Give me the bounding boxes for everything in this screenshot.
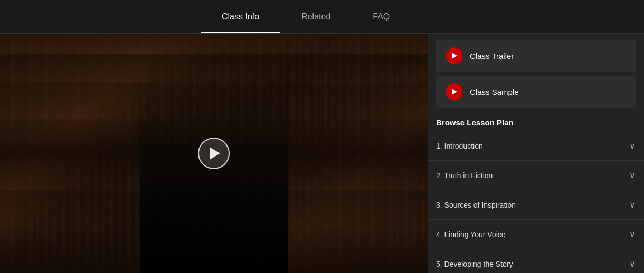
lesson-label-1: 1. Introduction (436, 142, 483, 150)
main-content: Class Trailer Class Sample Browse Lesson… (0, 34, 644, 273)
video-person (140, 73, 288, 273)
class-trailer-button[interactable]: Class Trailer (436, 40, 636, 72)
class-trailer-label: Class Trailer (470, 52, 514, 61)
lesson-label-3: 3. Sources of Inspiration (436, 201, 516, 209)
lesson-item-2[interactable]: 2. Truth in Fiction (428, 161, 644, 190)
lesson-label-4: 4. Finding Your Voice (436, 230, 506, 239)
action-buttons: Class Trailer Class Sample (428, 34, 644, 114)
play-circle-sample (446, 83, 462, 100)
chevron-icon-1 (629, 141, 636, 151)
class-sample-button[interactable]: Class Sample (436, 76, 636, 108)
tab-related[interactable]: Related (280, 0, 352, 33)
chevron-icon-2 (629, 170, 636, 180)
play-circle-trailer (446, 47, 462, 64)
lesson-item-1[interactable]: 1. Introduction (428, 131, 644, 161)
chevron-icon-5 (629, 259, 636, 269)
class-sample-label: Class Sample (470, 87, 519, 96)
video-player[interactable] (0, 34, 428, 273)
browse-title: Browse Lesson Plan (436, 118, 636, 127)
right-panel: Class Trailer Class Sample Browse Lesson… (428, 34, 644, 273)
play-button[interactable] (198, 138, 230, 169)
lesson-label-2: 2. Truth in Fiction (436, 171, 493, 180)
browse-section: Browse Lesson Plan (428, 114, 644, 131)
tab-class-info[interactable]: Class Info (201, 0, 280, 33)
chevron-icon-3 (629, 200, 636, 210)
lesson-item-3[interactable]: 3. Sources of Inspiration (428, 190, 644, 220)
chevron-icon-4 (629, 229, 636, 239)
lesson-item-4[interactable]: 4. Finding Your Voice (428, 220, 644, 249)
lesson-list[interactable]: 1. Introduction 2. Truth in Fiction 3. S… (428, 131, 644, 273)
lesson-label-5: 5. Developing the Story (436, 260, 513, 268)
tab-faq[interactable]: FAQ (352, 0, 411, 33)
lesson-item-5[interactable]: 5. Developing the Story (428, 249, 644, 273)
top-nav: Class Info Related FAQ (0, 0, 644, 34)
